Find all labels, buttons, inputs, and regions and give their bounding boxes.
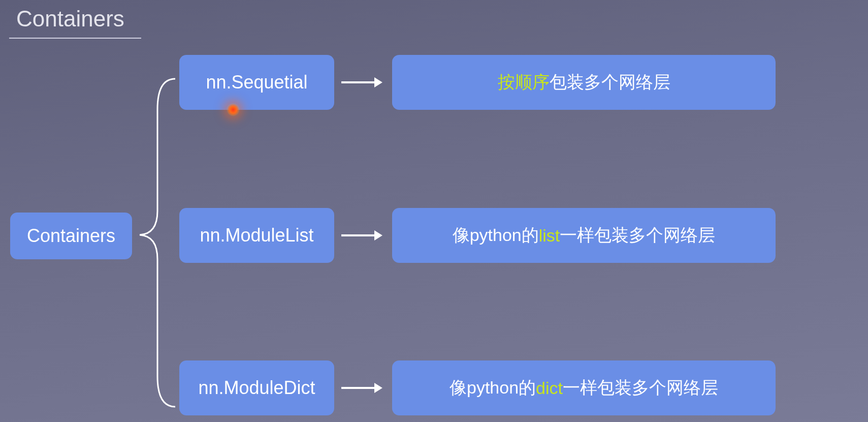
node-moduledict: nn.ModuleDict xyxy=(179,360,334,415)
desc-moduledict-post: 一样包装多个网络层 xyxy=(563,376,718,400)
arrow-head-icon xyxy=(374,383,382,393)
desc-sequential: 按顺序 包装多个网络层 xyxy=(392,55,776,110)
brace-connector xyxy=(132,51,183,417)
arrow-sequential xyxy=(341,77,382,87)
desc-moduledict-pre: 像python的 xyxy=(449,376,536,400)
node-modulelist: nn.ModuleList xyxy=(179,208,334,263)
node-sequential: nn.Sequetial xyxy=(179,55,334,110)
node-moduledict-label: nn.ModuleDict xyxy=(198,377,315,399)
arrow-moduledict xyxy=(341,383,382,393)
desc-sequential-post: 包装多个网络层 xyxy=(550,71,670,94)
desc-moduledict-highlight: dict xyxy=(536,378,563,398)
desc-moduledict: 像python的 dict 一样包装多个网络层 xyxy=(392,360,776,415)
desc-modulelist-post: 一样包装多个网络层 xyxy=(560,224,715,247)
node-modulelist-label: nn.ModuleList xyxy=(200,225,313,246)
arrow-head-icon xyxy=(374,230,382,240)
node-sequential-label: nn.Sequetial xyxy=(206,72,307,93)
desc-modulelist-pre: 像python的 xyxy=(453,224,539,247)
desc-modulelist: 像python的 list 一样包装多个网络层 xyxy=(392,208,776,263)
laser-pointer-icon xyxy=(227,103,240,116)
title-underline xyxy=(9,38,141,39)
root-label: Containers xyxy=(27,225,115,247)
arrow-line xyxy=(341,81,374,83)
arrow-line xyxy=(341,234,374,236)
page-title: Containers xyxy=(16,6,124,32)
desc-modulelist-highlight: list xyxy=(539,226,560,246)
desc-sequential-highlight: 按顺序 xyxy=(498,71,550,94)
arrow-modulelist xyxy=(341,230,382,240)
arrow-line xyxy=(341,387,374,389)
arrow-head-icon xyxy=(374,77,382,87)
root-container-box: Containers xyxy=(10,213,132,259)
